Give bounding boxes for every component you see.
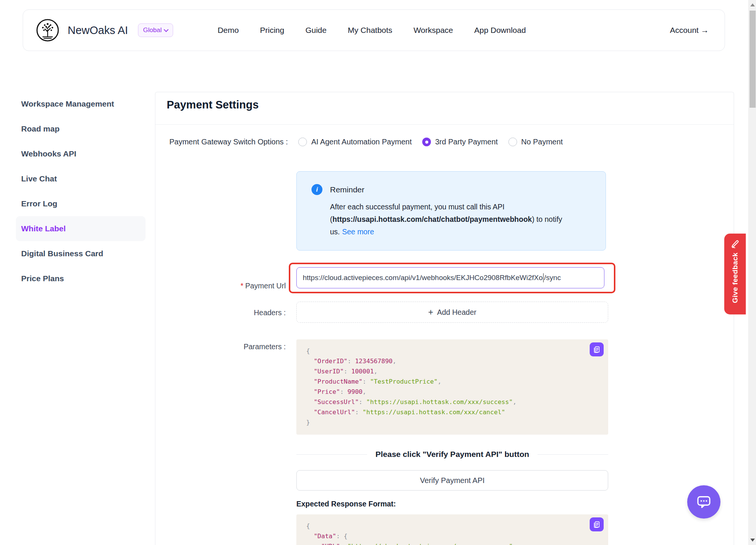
payment-url-value-after-caret: /sync [544,274,561,282]
nav-item[interactable]: App Download [474,26,526,35]
code-line: "ProductName": "TestProductPrice", [306,376,598,387]
reminder-title: Reminder [330,185,364,194]
feedback-tab-label: Give feedback [731,252,739,303]
nav-item[interactable]: Workspace [414,26,453,35]
code-line: } [306,417,598,427]
sidebar-item[interactable]: Road map [16,116,146,141]
nav-item[interactable]: Pricing [260,26,284,35]
scroll-up-arrow-icon[interactable] [750,3,755,6]
sidebar-item[interactable]: Error Log [16,191,146,216]
radio-icon[interactable] [298,138,307,146]
chat-bubble-icon [695,493,713,511]
radio-label: 3rd Party Payment [435,138,498,146]
response-code-block: { "Data": { "URL": "https://checkout.str… [296,514,608,545]
radio-icon[interactable] [508,138,517,146]
payment-url-value-before-caret: https://cloud.activepieces.com/api/v1/we… [303,274,543,282]
code-line: { [306,346,598,356]
newoaks-logo-icon[interactable] [36,19,59,42]
code-line: "URL": "https://checkout.stripe.com/xxxx… [306,541,598,545]
see-more-link[interactable]: See more [342,228,374,236]
radio-icon[interactable] [422,138,431,146]
payment-url-input[interactable]: https://cloud.activepieces.com/api/v1/we… [296,267,604,288]
sidebar-item[interactable]: Price Plans [16,266,146,291]
header: NewOaks AI Global DemoPricingGuideMy Cha… [23,9,725,51]
reminder-api-url: https://usapi.hottask.com/chat/chatbot/p… [333,215,532,223]
copy-icon[interactable] [590,517,604,531]
code-line: "Price": 9900, [306,387,598,397]
code-line: "OrderID": 1234567890, [306,356,598,366]
page-title: Payment Settings [167,99,259,111]
chevron-down-icon [164,27,169,32]
region-selector[interactable]: Global [138,23,173,37]
nav-item[interactable]: Guide [305,26,327,35]
gateway-switch-label: Payment Gateway Switch Options : [169,138,288,146]
sidebar-item[interactable]: Live Chat [16,166,146,191]
parameters-code-block: { "OrderID": 1234567890, "UserID": 10000… [296,339,608,435]
radio-ai-agent-automation-payment[interactable]: AI Agent Automation Payment [298,138,412,146]
scroll-down-arrow-icon[interactable] [750,539,755,542]
sidebar-item[interactable]: Webhooks API [16,141,146,166]
page: { "header": { "brand": "NewOaks AI", "re… [0,0,756,545]
expected-response-label: Expected Response Format: [296,500,396,508]
payment-settings-panel: Payment Settings Payment Gateway Switch … [155,92,734,545]
scrollbar-thumb[interactable] [750,11,756,108]
payment-url-label: *Payment Url [193,273,286,299]
add-header-label: Add Header [437,308,476,317]
reminder-body: After each successful payment, you must … [330,201,582,238]
account-link[interactable]: Account → [670,26,709,35]
give-feedback-tab[interactable]: Give feedback [724,234,746,314]
sidebar: Workspace ManagementRoad mapWebhooks API… [16,91,146,291]
brand-name: NewOaks AI [68,24,128,37]
nav-item[interactable]: My Chatbots [348,26,392,35]
reminder-alert: i Reminder After each successful payment… [296,171,606,251]
code-line: "SuccessUrl": "https://usapi.hottask.com… [306,397,598,407]
divider-line [296,454,367,455]
parameters-label: Parameters : [193,342,286,351]
add-header-button[interactable]: + Add Header [296,302,608,323]
verify-payment-api-button[interactable]: Verify Payment API [296,470,608,491]
required-asterisk: * [240,282,243,290]
main-nav: DemoPricingGuideMy ChatbotsWorkspaceApp … [218,26,526,35]
gateway-switch-row: Payment Gateway Switch Options : AI Agen… [169,138,563,146]
radio-label: AI Agent Automation Payment [311,138,412,146]
code-line: { [306,521,598,531]
chat-widget-button[interactable] [687,485,720,519]
nav-item[interactable]: Demo [218,26,239,35]
info-icon: i [311,184,322,195]
radio-no-payment[interactable]: No Payment [508,138,563,146]
headers-label: Headers : [193,308,286,317]
text-caret [543,273,544,282]
copy-icon[interactable] [590,342,604,356]
sidebar-item[interactable]: Workspace Management [16,91,146,116]
sidebar-item[interactable]: White Label [16,216,146,241]
title-divider [155,124,734,125]
verify-hint-text: Please click "Verify Payment API" button [375,450,529,459]
code-line: "CancelUrl": "https://usapi.hottask.com/… [306,407,598,417]
region-label: Global [143,26,162,34]
code-line: "Data": { [306,531,598,541]
code-line: "UserID": 100001, [306,366,598,376]
pencil-icon [730,238,740,249]
sidebar-item[interactable]: Digital Business Card [16,241,146,266]
radio-label: No Payment [521,138,563,146]
radio-3rd-party-payment[interactable]: 3rd Party Payment [422,138,498,146]
divider-line [538,454,608,455]
plus-icon: + [428,307,433,317]
verify-hint-row: Please click "Verify Payment API" button [296,450,608,459]
scrollbar-track[interactable] [748,0,756,545]
